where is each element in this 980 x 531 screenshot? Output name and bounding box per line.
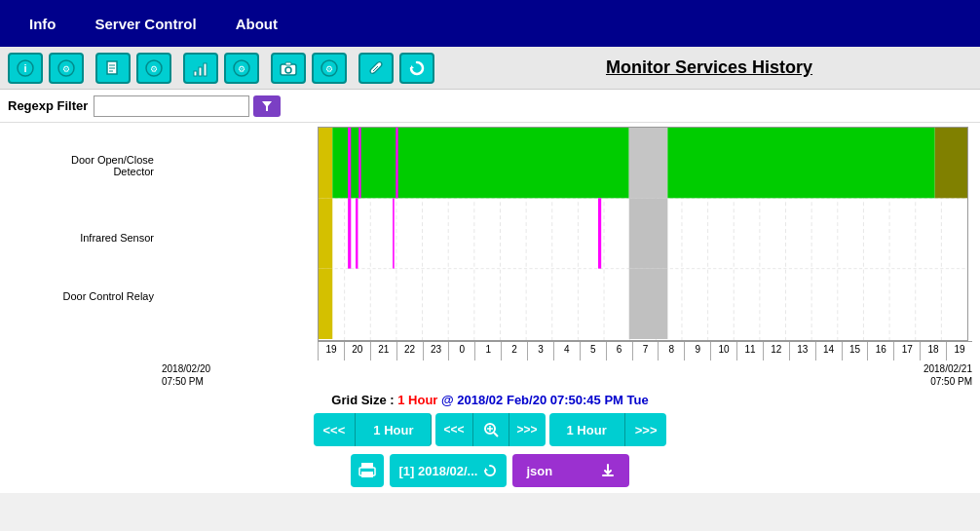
nav-back-btn[interactable]: <<< (314, 413, 356, 446)
nav-server-control[interactable]: Server Control (76, 0, 216, 47)
svg-text:⚙: ⚙ (238, 64, 245, 74)
x-tick-1: 1 (474, 342, 501, 360)
svg-text:i: i (23, 62, 26, 74)
regexp-filter-input[interactable] (94, 95, 249, 117)
x-tick-12: 12 (763, 342, 789, 360)
zoom-icon-btn[interactable] (472, 413, 509, 446)
json-export-btn[interactable]: json (512, 454, 629, 487)
x-tick-15: 15 (842, 342, 868, 360)
chart-settings-btn[interactable]: ⚙ (224, 53, 259, 84)
svg-text:⚙: ⚙ (62, 64, 70, 74)
x-tick-17: 17 (893, 342, 920, 360)
svg-marker-21 (411, 65, 414, 68)
svg-rect-49 (319, 128, 332, 198)
print-btn[interactable] (351, 454, 384, 487)
x-tick-10: 10 (710, 342, 736, 360)
svg-rect-72 (361, 472, 373, 477)
svg-text:⚙: ⚙ (150, 64, 158, 74)
x-tick-18: 18 (920, 342, 946, 360)
back-hour-label: 1 Hour (355, 413, 432, 446)
x-tick-22: 22 (396, 342, 423, 360)
wrench-btn[interactable] (358, 53, 394, 84)
grid-info: Grid Size : 1 Hour @ 2018/02 Feb/20 07:5… (0, 390, 980, 409)
fwd-control-group: 1 Hour >>> (549, 413, 667, 446)
x-tick-19b: 19 (946, 342, 972, 360)
svg-rect-51 (348, 128, 351, 198)
svg-rect-12 (204, 63, 207, 76)
nav-about[interactable]: About (216, 0, 297, 47)
svg-rect-63 (629, 198, 668, 268)
tool-btn-group-5 (358, 53, 438, 84)
tool-btn-group-1: i ⚙ (8, 53, 88, 84)
x-tick-5: 5 (580, 342, 606, 360)
x-tick-20: 20 (344, 342, 370, 360)
svg-rect-56 (667, 128, 934, 198)
x-tick-23: 23 (423, 342, 449, 360)
x-tick-21: 21 (370, 342, 396, 360)
svg-rect-65 (629, 269, 668, 339)
doc-settings-btn[interactable]: ⚙ (136, 53, 171, 84)
svg-rect-61 (393, 198, 395, 268)
main-refresh-btn[interactable] (399, 53, 434, 84)
toolbar: i ⚙ ⚙ ⚙ ⚙ Monitor (0, 47, 980, 90)
settings-btn[interactable]: ⚙ (49, 53, 84, 84)
download-icon (600, 463, 616, 478)
svg-text:⚙: ⚙ (325, 64, 333, 74)
back-control-group: <<< 1 Hour (314, 413, 433, 446)
x-tick-19a: 19 (318, 342, 344, 360)
svg-rect-52 (358, 128, 360, 198)
date-label: [1] 2018/02/... (399, 464, 478, 478)
chart-svg (319, 128, 967, 340)
camera-btn[interactable] (271, 53, 306, 84)
x-timestamps: 2018/02/20 07:50 PM 2018/02/21 07:50 PM (162, 360, 972, 390)
x-tick-0: 0 (448, 342, 474, 360)
navbar: Info Server Control About (0, 0, 980, 47)
svg-rect-53 (396, 128, 397, 198)
x-tick-2: 2 (501, 342, 527, 360)
svg-rect-50 (332, 128, 628, 198)
svg-rect-75 (602, 474, 614, 476)
chart-area (318, 127, 968, 341)
doc-btn[interactable] (95, 53, 131, 84)
refresh-icon (483, 464, 497, 477)
timestamp-left: 2018/02/20 07:50 PM (162, 362, 210, 388)
svg-rect-17 (285, 62, 291, 65)
grid-at-label: @ 2018/02 Feb/20 07:50:45 PM Tue (441, 393, 649, 407)
grid-hour-label: 1 Hour (397, 393, 437, 407)
svg-rect-64 (319, 269, 332, 339)
json-label: json (526, 464, 552, 478)
zoom-fwd-btn[interactable]: >>> (509, 413, 546, 446)
svg-rect-73 (360, 470, 362, 472)
y-axis: Door Open/CloseDetector Infrared Sensor … (4, 127, 160, 341)
x-tick-4: 4 (553, 342, 580, 360)
x-tick-13: 13 (789, 342, 815, 360)
svg-rect-62 (598, 198, 601, 268)
info-btn[interactable]: i (8, 53, 43, 84)
svg-rect-58 (319, 198, 332, 268)
camera-settings-btn[interactable]: ⚙ (312, 53, 347, 84)
svg-marker-22 (262, 101, 272, 111)
x-tick-6: 6 (606, 342, 632, 360)
y-label-door: Door Open/CloseDetector (71, 154, 154, 177)
x-axis: 19 20 21 22 23 0 1 2 3 4 5 6 7 8 9 10 11… (318, 341, 972, 360)
svg-line-67 (494, 433, 498, 436)
x-tick-8: 8 (658, 342, 684, 360)
svg-rect-60 (356, 198, 358, 268)
svg-rect-10 (194, 71, 197, 76)
y-label-relay: Door Control Relay (62, 290, 154, 302)
timestamp-right: 2018/02/21 07:50 PM (923, 362, 972, 388)
fwd-hour-label: 1 Hour (549, 413, 624, 446)
x-tick-3: 3 (527, 342, 553, 360)
filter-apply-btn[interactable] (253, 95, 281, 117)
nav-fwd-btn[interactable]: >>> (624, 413, 667, 446)
zoom-back-btn[interactable]: <<< (435, 413, 471, 446)
filter-label: Regexp Filter (8, 98, 88, 113)
x-tick-7: 7 (632, 342, 659, 360)
chart-btn[interactable] (183, 53, 218, 84)
x-tick-11: 11 (736, 342, 763, 360)
nav-info[interactable]: Info (10, 0, 76, 47)
x-tick-14: 14 (815, 342, 842, 360)
x-tick-16: 16 (867, 342, 893, 360)
date-selector-btn[interactable]: [1] 2018/02/... (390, 454, 508, 487)
svg-rect-55 (629, 128, 668, 198)
